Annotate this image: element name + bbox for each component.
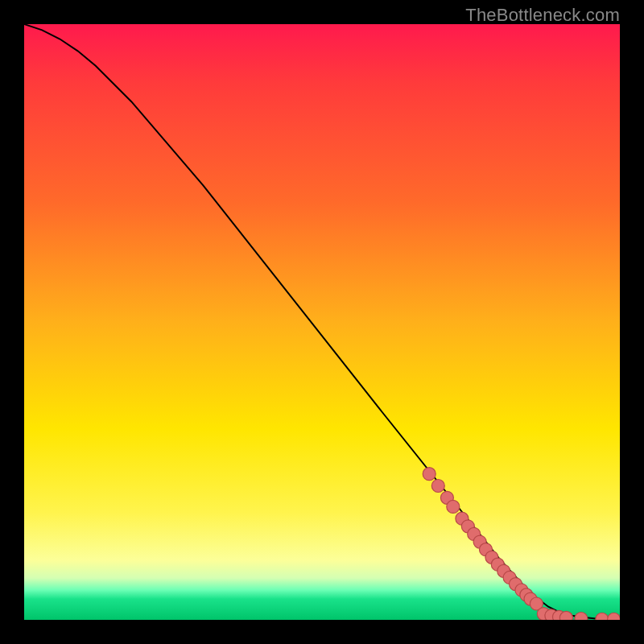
- curve-path: [24, 24, 620, 619]
- data-marker: [596, 613, 609, 620]
- chart-frame: TheBottleneck.com: [0, 0, 644, 644]
- data-marker: [431, 480, 444, 493]
- curve-line: [24, 24, 620, 619]
- data-marker: [559, 611, 572, 620]
- data-markers: [423, 468, 620, 620]
- watermark: TheBottleneck.com: [465, 5, 620, 26]
- data-marker: [447, 500, 460, 513]
- chart-svg: [24, 24, 620, 620]
- data-marker: [423, 468, 436, 481]
- data-marker: [608, 613, 620, 620]
- data-marker: [575, 613, 588, 620]
- plot-area: [24, 24, 620, 620]
